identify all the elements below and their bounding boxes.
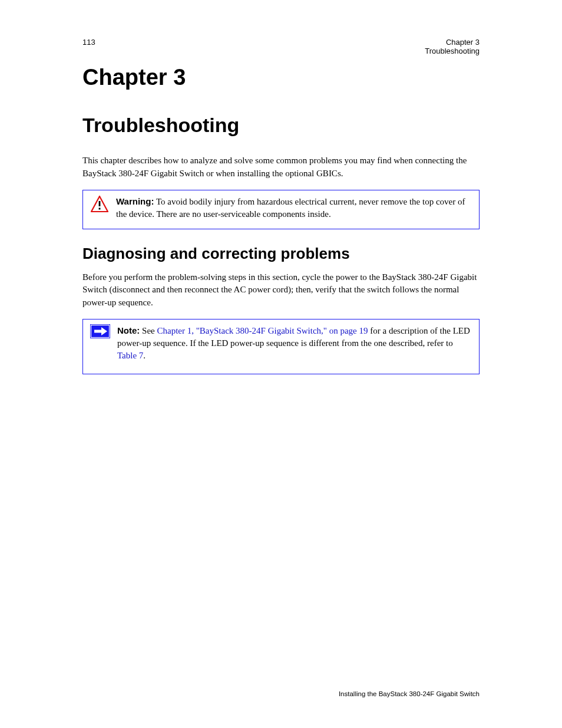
section-body-1: Before you perform the problem-solving s… [82,271,480,309]
warning-callout: Warning: To avoid bodily injury from haz… [82,190,480,229]
svg-rect-5 [94,330,101,332]
page-number: 113 [82,38,95,55]
warning-icon [90,195,109,213]
chapter-title: Troubleshooting [82,114,480,137]
page-header: 113 Chapter 3 Troubleshooting [82,38,480,55]
note-text-part3: . [143,351,146,360]
footer-right: Installing the BayStack 380-24F Gigabit … [339,690,480,697]
header-chapter-line1: Chapter 3 [425,38,480,47]
note-link[interactable]: Chapter 1, "BayStack 380-24F Gigabit Swi… [157,326,368,335]
chapter-number: Chapter 3 [82,65,480,90]
note-callout: Note: See Chapter 1, "BayStack 380-24F G… [82,319,480,374]
page-footer: Installing the BayStack 380-24F Gigabit … [82,690,480,697]
section-title: Diagnosing and correcting problems [82,245,480,263]
svg-rect-1 [99,201,101,206]
warning-text-block: Warning: To avoid bodily injury from haz… [116,195,472,220]
page: 113 Chapter 3 Troubleshooting Chapter 3 … [0,0,562,728]
arrow-right-icon [90,324,110,338]
warning-text: To avoid bodily injury from hazardous el… [116,197,465,219]
note-label: Note: [117,325,140,335]
intro-paragraph: This chapter describes how to analyze an… [82,154,480,180]
note-text-block: Note: See Chapter 1, "BayStack 380-24F G… [117,324,472,362]
svg-rect-2 [99,207,101,209]
note-crossref[interactable]: Table 7 [117,351,143,360]
header-chapter: Chapter 3 Troubleshooting [425,38,480,55]
note-text-part1: See [142,326,157,335]
header-chapter-line2: Troubleshooting [425,47,480,55]
warning-label: Warning: [116,196,154,206]
